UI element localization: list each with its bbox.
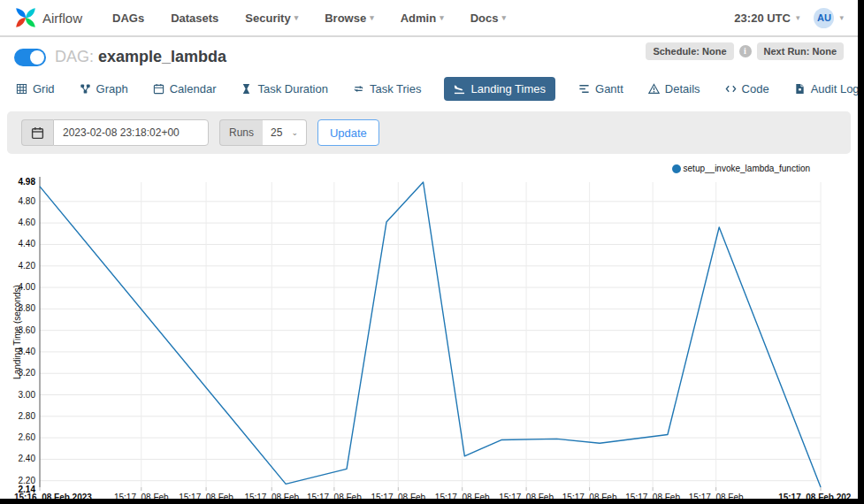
base-date-input[interactable] <box>53 119 209 146</box>
chevron-down-icon: ▾ <box>440 14 444 22</box>
tab-code[interactable]: Code <box>723 77 771 101</box>
series-line <box>40 182 821 487</box>
date-input-group <box>21 119 209 146</box>
code-icon <box>725 83 737 95</box>
tab-task-duration[interactable]: Task Duration <box>239 77 329 101</box>
y-axis-title: Landing Time (seconds) <box>12 266 22 399</box>
dag-name: example_lambda <box>98 48 226 65</box>
x-tick-label: 15:17, 08 Feb <box>114 493 169 499</box>
hourglass-icon <box>241 83 252 95</box>
warning-triangle-icon <box>648 83 660 95</box>
update-button[interactable]: Update <box>317 119 379 146</box>
dag-title-prefix: DAG: <box>55 48 94 65</box>
nav-item-docs[interactable]: Docs▾ <box>470 11 506 25</box>
chevron-down-icon: ▾ <box>839 14 844 22</box>
dag-header: DAG: example_lambda Schedule: None i Nex… <box>0 37 858 73</box>
plane-landing-icon <box>454 83 465 95</box>
calendar-icon <box>31 126 44 140</box>
chevron-down-icon: ▾ <box>501 14 506 22</box>
chevron-down-icon: ▾ <box>796 14 800 22</box>
tab-details[interactable]: Details <box>646 77 702 101</box>
gantt-icon <box>578 83 590 95</box>
runs-group: Runs 25 ⌄ <box>219 119 307 146</box>
dag-view-tabs: GridGraphCalendarTask DurationTask Tries… <box>0 73 858 108</box>
x-tick-label: 15:17, 08 Feb <box>179 493 233 499</box>
dag-pause-toggle[interactable] <box>14 49 46 66</box>
tab-label: Details <box>665 82 700 95</box>
chart-legend[interactable]: setup__invoke_lambda_function <box>672 164 810 173</box>
calendar-icon <box>153 83 164 95</box>
tab-label: Graph <box>96 82 128 95</box>
tab-label: Landing Times <box>470 82 546 95</box>
airflow-logo-icon <box>14 6 37 29</box>
header-badges: Schedule: None i Next Run: None <box>646 42 844 60</box>
chevron-down-icon: ▾ <box>370 14 374 22</box>
x-tick-label: 15:17, 08 Feb <box>689 493 744 499</box>
tab-audit-log[interactable]: Audit Log <box>792 77 858 101</box>
nav-item-label: Browse <box>325 11 366 25</box>
landing-times-chart: Landing Time (seconds) 2.202.402.602.803… <box>7 159 851 499</box>
nav-right: 23:20 UTC ▾ AU ▾ <box>734 8 844 28</box>
tab-gantt[interactable]: Gantt <box>577 77 625 101</box>
tab-label: Code <box>742 82 769 95</box>
grid-icon <box>16 83 27 95</box>
chevron-down-icon: ▾ <box>294 14 299 22</box>
page-title: DAG: example_lambda <box>55 48 226 66</box>
runs-selected-value: 25 <box>271 126 282 139</box>
airflow-brand[interactable]: Airflow <box>14 6 82 29</box>
next-run-badge: Next Run: None <box>757 42 845 60</box>
tabs-container: GridGraphCalendarTask DurationTask Tries… <box>14 77 858 101</box>
avatar[interactable]: AU <box>814 8 834 28</box>
repeat-icon <box>353 83 364 95</box>
y-tick-label: 4.60 <box>19 218 36 227</box>
y-tick-label: 4.80 <box>19 196 36 206</box>
runs-select[interactable]: 25 ⌄ <box>263 119 307 146</box>
nav-item-datasets[interactable]: Datasets <box>171 11 218 25</box>
y-tick-label: 2.60 <box>19 432 36 442</box>
top-navbar: Airflow DAGsDatasetsSecurity▾Browse▾Admi… <box>0 0 858 37</box>
tab-landing-times[interactable]: Landing Times <box>444 77 555 101</box>
chevron-down-icon: ⌄ <box>291 129 298 137</box>
y-tick-label: 2.80 <box>19 411 36 421</box>
tab-label: Grid <box>33 82 55 95</box>
airflow-page: Airflow DAGsDatasetsSecurity▾Browse▾Admi… <box>0 0 858 499</box>
legend-dot-icon <box>672 164 681 173</box>
tab-label: Gantt <box>595 82 623 95</box>
x-tick-label: 15:17, 08 Feb <box>562 493 617 499</box>
nav-item-admin[interactable]: Admin▾ <box>401 11 444 25</box>
y-max-label: 4.98 <box>19 177 36 187</box>
tab-grid[interactable]: Grid <box>14 77 57 101</box>
tab-graph[interactable]: Graph <box>78 77 130 101</box>
y-tick-label: 2.40 <box>19 454 36 463</box>
nav-item-dags[interactable]: DAGs <box>112 11 144 25</box>
toggle-knob <box>30 50 44 65</box>
calendar-addon[interactable] <box>21 119 53 146</box>
nav-item-browse[interactable]: Browse▾ <box>325 11 374 25</box>
x-tick-label: 15:16, 08 Feb 2023 <box>14 493 92 499</box>
nav-item-label: DAGs <box>112 11 144 25</box>
schedule-badge: Schedule: None <box>646 42 733 60</box>
tab-calendar[interactable]: Calendar <box>151 77 218 101</box>
tab-task-tries[interactable]: Task Tries <box>351 77 424 101</box>
x-tick-label: 15:17, 08 Feb <box>371 493 425 499</box>
filter-bar: Runs 25 ⌄ Update <box>7 111 851 154</box>
x-tick-label: 15:17, 08 Feb 2023 <box>778 493 851 499</box>
clock-label[interactable]: 23:20 UTC <box>734 11 791 25</box>
tab-label: Calendar <box>170 82 217 95</box>
x-tick-label: 15:17, 08 Feb <box>307 493 362 499</box>
y-tick-label: 4.40 <box>19 239 36 248</box>
tab-label: Task Duration <box>257 82 327 95</box>
nav-item-label: Datasets <box>171 11 218 25</box>
runs-label: Runs <box>219 119 263 146</box>
x-tick-label: 15:17, 08 Feb <box>625 493 680 499</box>
legend-label: setup__invoke_lambda_function <box>684 164 810 173</box>
document-icon <box>794 83 806 95</box>
brand-name: Airflow <box>42 11 82 26</box>
nav-item-label: Admin <box>401 11 436 25</box>
nav-menu: DAGsDatasetsSecurity▾Browse▾Admin▾Docs▾ <box>112 11 506 25</box>
x-tick-label: 15:17, 08 Feb <box>499 493 554 499</box>
nav-item-security[interactable]: Security▾ <box>245 11 298 25</box>
chart-canvas[interactable]: 2.202.402.602.803.003.203.403.603.804.00… <box>7 159 851 499</box>
nav-item-label: Security <box>245 11 290 25</box>
info-icon[interactable]: i <box>739 45 752 57</box>
